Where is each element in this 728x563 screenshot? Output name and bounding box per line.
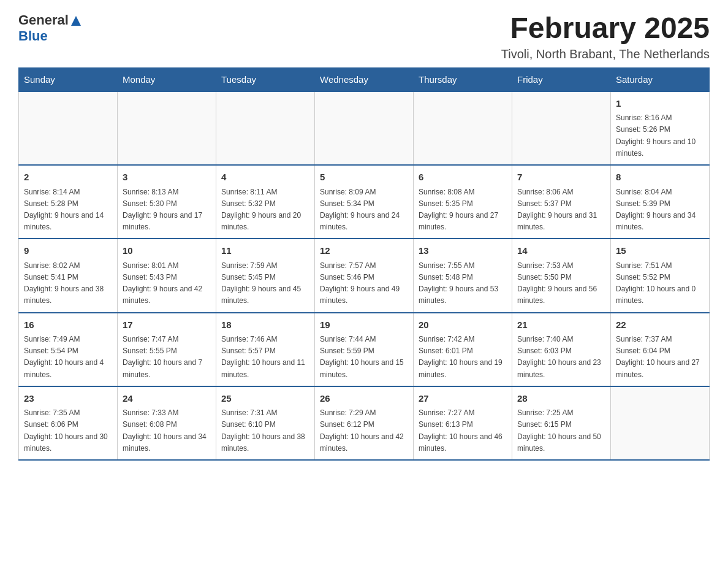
day-number: 21 [517, 318, 605, 332]
day-number: 24 [123, 392, 211, 406]
table-row [611, 386, 710, 460]
table-row: 19Sunrise: 7:44 AMSunset: 5:59 PMDayligh… [315, 313, 414, 386]
col-friday: Friday [512, 67, 611, 91]
day-info: Sunrise: 8:01 AMSunset: 5:43 PMDaylight:… [123, 260, 211, 307]
day-number: 15 [616, 244, 704, 258]
day-number: 8 [616, 170, 704, 185]
day-info: Sunrise: 7:55 AMSunset: 5:48 PMDaylight:… [419, 260, 507, 307]
table-row: 4Sunrise: 8:11 AMSunset: 5:32 PMDaylight… [216, 165, 315, 239]
day-number: 10 [123, 244, 211, 258]
day-info: Sunrise: 7:33 AMSunset: 6:08 PMDaylight:… [123, 407, 211, 454]
table-row [512, 91, 611, 165]
day-info: Sunrise: 7:29 AMSunset: 6:12 PMDaylight:… [320, 407, 408, 454]
day-info: Sunrise: 7:25 AMSunset: 6:15 PMDaylight:… [517, 407, 605, 454]
day-info: Sunrise: 7:42 AMSunset: 6:01 PMDaylight:… [419, 334, 507, 381]
day-info: Sunrise: 8:08 AMSunset: 5:35 PMDaylight:… [419, 186, 507, 234]
calendar-week-row: 23Sunrise: 7:35 AMSunset: 6:06 PMDayligh… [19, 386, 710, 460]
table-row: 21Sunrise: 7:40 AMSunset: 6:03 PMDayligh… [512, 313, 611, 386]
day-info: Sunrise: 7:40 AMSunset: 6:03 PMDaylight:… [517, 334, 605, 381]
table-row: 14Sunrise: 7:53 AMSunset: 5:50 PMDayligh… [512, 239, 611, 312]
day-info: Sunrise: 7:47 AMSunset: 5:55 PMDaylight:… [123, 334, 211, 381]
day-number: 5 [320, 170, 408, 185]
day-number: 27 [419, 392, 507, 406]
table-row: 28Sunrise: 7:25 AMSunset: 6:15 PMDayligh… [512, 386, 611, 460]
day-info: Sunrise: 8:06 AMSunset: 5:37 PMDaylight:… [517, 186, 605, 234]
day-info: Sunrise: 7:27 AMSunset: 6:13 PMDaylight:… [419, 407, 507, 454]
day-info: Sunrise: 7:37 AMSunset: 6:04 PMDaylight:… [616, 334, 704, 381]
col-thursday: Thursday [414, 67, 512, 91]
table-row [414, 91, 512, 165]
day-info: Sunrise: 8:09 AMSunset: 5:34 PMDaylight:… [320, 186, 408, 234]
table-row [118, 91, 216, 165]
day-info: Sunrise: 8:13 AMSunset: 5:30 PMDaylight:… [123, 186, 211, 234]
table-row: 1Sunrise: 8:16 AMSunset: 5:26 PMDaylight… [611, 91, 710, 165]
day-number: 2 [24, 170, 112, 185]
day-number: 13 [419, 244, 507, 258]
table-row: 2Sunrise: 8:14 AMSunset: 5:28 PMDaylight… [19, 165, 118, 239]
calendar-week-row: 16Sunrise: 7:49 AMSunset: 5:54 PMDayligh… [19, 313, 710, 386]
col-saturday: Saturday [611, 67, 710, 91]
table-row [315, 91, 414, 165]
logo-icon [69, 13, 82, 27]
day-number: 19 [320, 318, 408, 332]
day-info: Sunrise: 8:14 AMSunset: 5:28 PMDaylight:… [24, 186, 112, 234]
day-info: Sunrise: 8:02 AMSunset: 5:41 PMDaylight:… [24, 260, 112, 307]
table-row: 18Sunrise: 7:46 AMSunset: 5:57 PMDayligh… [216, 313, 315, 386]
table-row: 8Sunrise: 8:04 AMSunset: 5:39 PMDaylight… [611, 165, 710, 239]
calendar-week-row: 2Sunrise: 8:14 AMSunset: 5:28 PMDaylight… [19, 165, 710, 239]
table-row: 17Sunrise: 7:47 AMSunset: 5:55 PMDayligh… [118, 313, 216, 386]
calendar-week-row: 1Sunrise: 8:16 AMSunset: 5:26 PMDaylight… [19, 91, 710, 165]
day-number: 25 [221, 392, 309, 406]
table-row: 27Sunrise: 7:27 AMSunset: 6:13 PMDayligh… [414, 386, 512, 460]
title-area: February 2025 Tivoli, North Brabant, The… [501, 12, 710, 61]
table-row: 22Sunrise: 7:37 AMSunset: 6:04 PMDayligh… [611, 313, 710, 386]
day-number: 22 [616, 318, 704, 332]
day-number: 28 [517, 392, 605, 406]
day-info: Sunrise: 7:31 AMSunset: 6:10 PMDaylight:… [221, 407, 309, 454]
table-row: 16Sunrise: 7:49 AMSunset: 5:54 PMDayligh… [19, 313, 118, 386]
day-number: 16 [24, 318, 112, 332]
logo-text-blue: Blue [18, 28, 48, 44]
table-row: 6Sunrise: 8:08 AMSunset: 5:35 PMDaylight… [414, 165, 512, 239]
day-info: Sunrise: 7:57 AMSunset: 5:46 PMDaylight:… [320, 260, 408, 307]
day-info: Sunrise: 8:04 AMSunset: 5:39 PMDaylight:… [616, 186, 704, 234]
table-row: 24Sunrise: 7:33 AMSunset: 6:08 PMDayligh… [118, 386, 216, 460]
table-row: 13Sunrise: 7:55 AMSunset: 5:48 PMDayligh… [414, 239, 512, 312]
day-number: 3 [123, 170, 211, 185]
day-info: Sunrise: 7:59 AMSunset: 5:45 PMDaylight:… [221, 260, 309, 307]
day-info: Sunrise: 7:46 AMSunset: 5:57 PMDaylight:… [221, 334, 309, 381]
day-number: 11 [221, 244, 309, 258]
svg-marker-0 [71, 16, 81, 26]
table-row: 9Sunrise: 8:02 AMSunset: 5:41 PMDaylight… [19, 239, 118, 312]
table-row: 5Sunrise: 8:09 AMSunset: 5:34 PMDaylight… [315, 165, 414, 239]
day-info: Sunrise: 8:11 AMSunset: 5:32 PMDaylight:… [221, 186, 309, 234]
day-number: 12 [320, 244, 408, 258]
day-number: 26 [320, 392, 408, 406]
day-number: 9 [24, 244, 112, 258]
table-row: 20Sunrise: 7:42 AMSunset: 6:01 PMDayligh… [414, 313, 512, 386]
col-wednesday: Wednesday [315, 67, 414, 91]
logo: General Blue [18, 12, 82, 44]
calendar-header-row: Sunday Monday Tuesday Wednesday Thursday… [19, 67, 710, 91]
table-row: 7Sunrise: 8:06 AMSunset: 5:37 PMDaylight… [512, 165, 611, 239]
day-number: 4 [221, 170, 309, 185]
location-subtitle: Tivoli, North Brabant, The Netherlands [501, 47, 710, 61]
table-row: 12Sunrise: 7:57 AMSunset: 5:46 PMDayligh… [315, 239, 414, 312]
day-number: 7 [517, 170, 605, 185]
day-info: Sunrise: 7:35 AMSunset: 6:06 PMDaylight:… [24, 407, 112, 454]
day-number: 14 [517, 244, 605, 258]
month-title: February 2025 [501, 12, 710, 45]
col-sunday: Sunday [19, 67, 118, 91]
day-number: 6 [419, 170, 507, 185]
day-info: Sunrise: 7:44 AMSunset: 5:59 PMDaylight:… [320, 334, 408, 381]
table-row: 25Sunrise: 7:31 AMSunset: 6:10 PMDayligh… [216, 386, 315, 460]
calendar-week-row: 9Sunrise: 8:02 AMSunset: 5:41 PMDaylight… [19, 239, 710, 312]
day-info: Sunrise: 7:53 AMSunset: 5:50 PMDaylight:… [517, 260, 605, 307]
table-row: 15Sunrise: 7:51 AMSunset: 5:52 PMDayligh… [611, 239, 710, 312]
table-row [19, 91, 118, 165]
table-row: 26Sunrise: 7:29 AMSunset: 6:12 PMDayligh… [315, 386, 414, 460]
table-row: 23Sunrise: 7:35 AMSunset: 6:06 PMDayligh… [19, 386, 118, 460]
day-info: Sunrise: 7:51 AMSunset: 5:52 PMDaylight:… [616, 260, 704, 307]
day-number: 20 [419, 318, 507, 332]
page-header: General Blue February 2025 Tivoli, North… [18, 12, 710, 61]
